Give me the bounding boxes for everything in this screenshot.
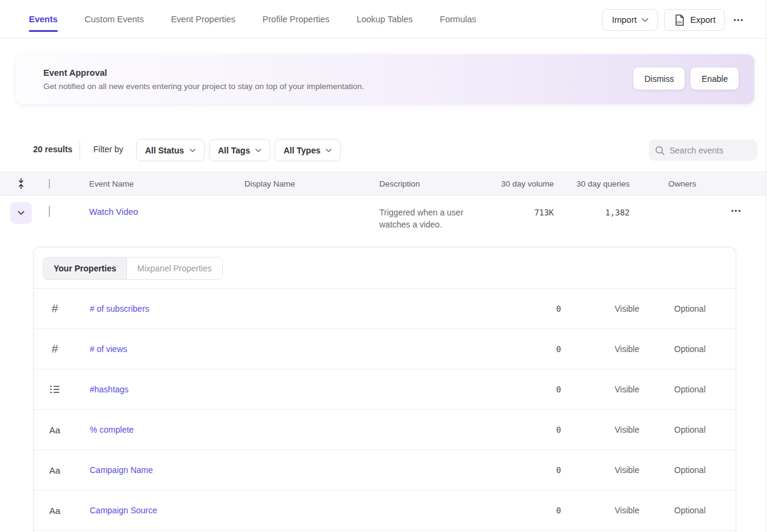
- search-icon: [655, 146, 665, 155]
- col-description: Description: [379, 179, 494, 188]
- chevron-down-icon: [190, 149, 196, 152]
- tags-filter-dropdown[interactable]: All Tags: [209, 139, 270, 161]
- property-count: 0: [495, 304, 561, 314]
- property-visibility: Visible: [561, 506, 639, 515]
- property-requirement: Optional: [639, 344, 706, 354]
- description-line-2: watches a video.: [379, 218, 494, 230]
- property-visibility: Visible: [561, 385, 639, 394]
- property-count: 0: [495, 465, 561, 475]
- tab-custom-events[interactable]: Custom Events: [85, 11, 144, 28]
- events-table-header: Event Name Display Name Description 30 d…: [0, 172, 766, 196]
- status-filter-dropdown[interactable]: All Status: [136, 139, 205, 161]
- property-name-link[interactable]: % complete: [76, 425, 134, 435]
- top-nav: Events Custom Events Event Properties Pr…: [0, 0, 770, 39]
- property-name-link[interactable]: # of views: [76, 344, 127, 354]
- active-tab-underline: [29, 30, 58, 32]
- description-cell: Triggered when a user watches a video.: [379, 206, 494, 230]
- row-more-button[interactable]: •••: [728, 203, 744, 218]
- banner-actions: Dismiss Enable: [633, 67, 739, 90]
- types-filter-dropdown[interactable]: All Types: [275, 139, 341, 161]
- nav-more-button[interactable]: •••: [731, 13, 747, 27]
- property-visibility: Visible: [561, 304, 639, 314]
- tab-events-label: Events: [29, 14, 58, 24]
- property-row: # # of views 0 Visible Optional: [34, 329, 736, 370]
- chevron-down-icon: [642, 18, 648, 22]
- divider: [79, 141, 80, 159]
- col-30-day-queries: 30 day queries: [554, 179, 630, 188]
- collapse-all-button[interactable]: [0, 178, 42, 190]
- property-row: Aa Campaign Source 0 Visible Optional: [34, 490, 736, 531]
- property-requirement: Optional: [639, 465, 706, 475]
- import-button-label: Import: [612, 15, 636, 25]
- text-type-icon: Aa: [49, 506, 60, 516]
- property-row: Aa % complete 0 Visible Optional: [34, 410, 736, 450]
- search-input[interactable]: [669, 146, 748, 155]
- csv-file-icon: csv: [674, 14, 686, 26]
- svg-text:csv: csv: [676, 20, 682, 24]
- text-type-icon: Aa: [49, 465, 60, 475]
- property-count: 0: [495, 506, 561, 515]
- tab-event-properties[interactable]: Event Properties: [171, 11, 235, 28]
- property-requirement: Optional: [639, 506, 706, 515]
- property-row: Aa Campaign Name 0 Visible Optional: [34, 450, 736, 490]
- property-name-link[interactable]: # of subscribers: [76, 304, 149, 314]
- table-row-watch-video: Watch Video Triggered when a user watche…: [0, 196, 766, 247]
- properties-panel: Your Properties Mixpanel Properties # # …: [33, 247, 736, 532]
- property-visibility: Visible: [561, 465, 639, 475]
- row-checkbox[interactable]: [49, 206, 50, 217]
- chevron-down-icon: [326, 149, 332, 152]
- col-event-name: Event Name: [89, 179, 244, 188]
- number-type-icon: #: [52, 342, 58, 356]
- properties-tabs: Your Properties Mixpanel Properties: [43, 257, 223, 280]
- col-display-name: Display Name: [244, 179, 379, 188]
- event-name-link[interactable]: Watch Video: [89, 207, 138, 217]
- tab-profile-properties[interactable]: Profile Properties: [262, 11, 329, 28]
- tab-lookup-tables[interactable]: Lookup Tables: [356, 11, 412, 28]
- property-visibility: Visible: [561, 425, 639, 435]
- text-type-icon: Aa: [49, 425, 60, 435]
- banner-title: Event Approval: [43, 68, 107, 78]
- volume-value: 713K: [494, 208, 554, 217]
- scrollbar-track[interactable]: [766, 0, 770, 532]
- list-type-icon: [50, 385, 60, 394]
- results-count: 20 results: [33, 144, 72, 154]
- event-approval-banner: Event Approval Get notified on all new e…: [16, 54, 754, 104]
- import-button[interactable]: Import: [602, 9, 657, 31]
- search-box: [649, 140, 757, 161]
- filter-by-label: Filter by: [93, 144, 123, 154]
- property-count: 0: [495, 425, 561, 435]
- enable-button[interactable]: Enable: [691, 67, 739, 90]
- property-name-link[interactable]: Campaign Name: [76, 465, 153, 475]
- property-requirement: Optional: [639, 425, 706, 435]
- queries-value: 1,382: [554, 208, 630, 217]
- tab-mixpanel-properties[interactable]: Mixpanel Properties: [127, 258, 222, 279]
- banner-subtitle: Get notified on all new events entering …: [43, 82, 364, 91]
- property-count: 0: [495, 344, 561, 354]
- property-count: 0: [495, 385, 561, 394]
- collapse-all-icon: [17, 178, 25, 190]
- property-visibility: Visible: [561, 344, 639, 354]
- properties-tab-bar: Your Properties Mixpanel Properties: [34, 247, 736, 289]
- filter-bar: 20 results Filter by All Status All Tags…: [0, 139, 770, 162]
- chevron-down-icon: [17, 211, 25, 215]
- property-row: #hashtags 0 Visible Optional: [34, 370, 736, 410]
- nav-actions: Import csv Export •••: [602, 9, 747, 31]
- property-name-link[interactable]: #hashtags: [76, 385, 129, 394]
- dismiss-button[interactable]: Dismiss: [633, 67, 685, 90]
- export-button[interactable]: csv Export: [664, 9, 725, 31]
- collapse-row-button[interactable]: [10, 202, 32, 224]
- description-line-1: Triggered when a user: [379, 206, 494, 218]
- tab-formulas[interactable]: Formulas: [440, 11, 476, 28]
- chevron-down-icon: [255, 149, 261, 152]
- property-name-link[interactable]: Campaign Source: [76, 506, 157, 515]
- property-requirement: Optional: [639, 385, 706, 394]
- number-type-icon: #: [52, 302, 58, 315]
- select-all-checkbox[interactable]: [49, 179, 50, 189]
- col-owners: Owners: [630, 179, 766, 188]
- col-30-day-volume: 30 day volume: [494, 179, 554, 188]
- tab-events[interactable]: Events: [29, 11, 58, 28]
- property-requirement: Optional: [639, 304, 706, 314]
- tab-your-properties[interactable]: Your Properties: [43, 258, 127, 279]
- export-button-label: Export: [691, 15, 716, 25]
- nav-tabs: Events Custom Events Event Properties Pr…: [29, 11, 476, 28]
